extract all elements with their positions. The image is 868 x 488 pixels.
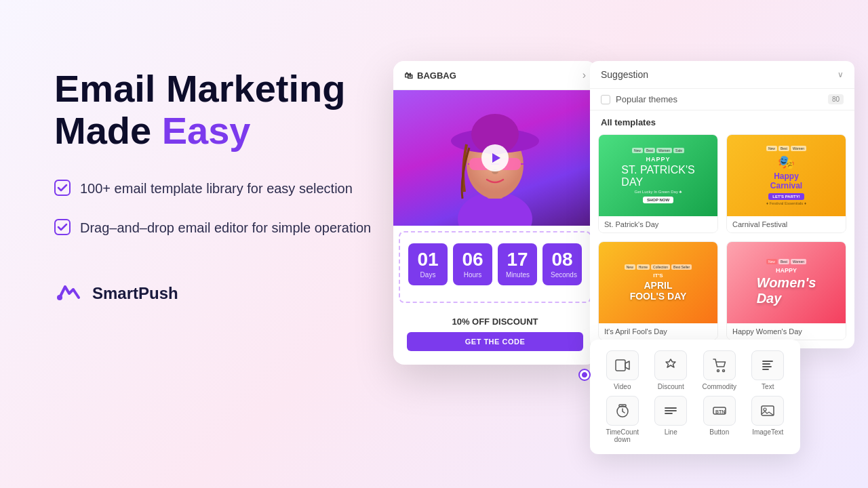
chevron-down-icon[interactable]: ∨: [837, 70, 844, 79]
feature-item-2: Drag–and–drop email editor for simple op…: [54, 218, 380, 238]
countdown-days: 01 Days: [408, 243, 448, 285]
imagetext-icon-box: [751, 396, 784, 426]
discount-icon: [663, 358, 678, 373]
tool-video[interactable]: Video: [601, 350, 644, 390]
suggestion-title: Suggestion: [601, 69, 648, 80]
countdown-minutes: 17 Minutes: [498, 243, 537, 285]
left-section: Email Marketing Made Easy 100+ email tem…: [54, 68, 380, 308]
countdown-boxes: 01 Days 06 Hours 17 Minutes 08 Seconds: [411, 243, 579, 285]
template-card-stpatrick[interactable]: New Best Women Sale HAPPY ST. PATRICK'SD…: [598, 134, 718, 233]
tool-button-label: Button: [709, 428, 729, 436]
svg-point-2: [57, 295, 62, 300]
template-name-womensday: Happy Women's Day: [727, 323, 846, 340]
tool-text-label: Text: [762, 383, 774, 390]
headline: Email Marketing Made Easy: [54, 68, 380, 151]
tool-discount[interactable]: Discount: [650, 350, 693, 390]
tool-line[interactable]: Line: [650, 396, 693, 443]
email-header: 🛍 BAGBAG ›: [393, 61, 597, 90]
email-close-icon[interactable]: ›: [583, 69, 586, 81]
line-icon-box: [654, 396, 687, 426]
popular-themes-row: Popular themes 80: [590, 89, 854, 110]
bag-icon: 🛍: [404, 70, 413, 81]
headline-line1: Email Marketing: [54, 67, 345, 110]
countdown-hours-value: 06: [461, 250, 484, 269]
countdown-hours: 06 Hours: [453, 243, 492, 285]
imagetext-icon: [760, 403, 775, 418]
feature-item-1: 100+ email template library for easy sel…: [54, 178, 380, 199]
countdown-seconds-value: 08: [551, 250, 574, 269]
countdown-days-value: 01: [416, 250, 439, 269]
video-icon: [615, 358, 630, 373]
template-thumb-carnival: New Best Women 🎭 HappyCarnival LET'S PAR…: [727, 135, 846, 216]
template-card-aprilfools[interactable]: New Home Collection Best Seller IT'S APR…: [598, 241, 718, 340]
smartpush-logo-icon: [54, 279, 84, 308]
templates-grid: New Best Women Sale HAPPY ST. PATRICK'SD…: [590, 134, 854, 348]
button-icon-box: BTN: [703, 396, 736, 426]
video-icon-box: [606, 350, 639, 380]
get-code-button[interactable]: GET THE CODE: [407, 332, 583, 351]
email-hero-image: [393, 90, 597, 226]
feature-text-1: 100+ email template library for easy sel…: [80, 178, 353, 199]
countdown-section: 01 Days 06 Hours 17 Minutes 08 Seconds: [399, 231, 591, 303]
discount-section: 10% OFF DISCOUNT GET THE CODE: [399, 308, 591, 359]
template-thumb-stpatrick: New Best Women Sale HAPPY ST. PATRICK'SD…: [599, 135, 717, 216]
countdown-seconds: 08 Seconds: [542, 243, 582, 285]
suggestion-panel: Suggestion ∨ Popular themes 80 All templ…: [590, 61, 854, 348]
tool-button[interactable]: BTN Button: [698, 396, 741, 443]
line-icon: [663, 403, 678, 418]
headline-line2: Made Easy: [54, 109, 251, 152]
countdown-hours-label: Hours: [461, 271, 484, 279]
template-name-aprilfools: It's April Fool's Day: [599, 323, 717, 340]
check-icon-1: [54, 180, 71, 196]
tool-text[interactable]: Text: [747, 350, 790, 390]
commodity-icon-box: [703, 350, 736, 380]
stpatrick-text: ST. PATRICK'SDAY: [621, 164, 694, 188]
countdown-days-label: Days: [416, 271, 439, 279]
text-icon-box: [751, 350, 784, 380]
discount-title: 10% OFF DISCOUNT: [407, 317, 583, 327]
tool-line-label: Line: [665, 428, 677, 436]
email-editor-card: 🛍 BAGBAG ›: [393, 61, 597, 365]
tool-commodity[interactable]: Commodity: [698, 350, 741, 390]
tool-video-label: Video: [614, 383, 631, 390]
svg-text:BTN: BTN: [715, 409, 725, 414]
connector-dot: [580, 370, 589, 380]
tools-panel: Video Discount Commodi: [590, 340, 800, 454]
svg-rect-0: [55, 180, 70, 195]
countdown-minutes-value: 17: [506, 250, 529, 269]
text-icon: [760, 358, 775, 373]
timecountdown-icon: [615, 403, 630, 418]
template-name-carnival: Carnival Festival: [727, 216, 846, 232]
feature-text-2: Drag–and–drop email editor for simple op…: [80, 218, 371, 238]
svg-rect-14: [616, 360, 625, 371]
tool-timecountdown-label: TimeCountdown: [606, 428, 639, 443]
template-card-carnival[interactable]: New Best Women 🎭 HappyCarnival LET'S PAR…: [726, 134, 846, 233]
email-brand: 🛍 BAGBAG: [404, 70, 456, 81]
tool-imagetext-label: ImageText: [752, 428, 783, 436]
discount-icon-box: [654, 350, 687, 380]
tool-imagetext[interactable]: ImageText: [747, 396, 790, 443]
popular-themes-label: Popular themes: [616, 94, 677, 104]
svg-point-16: [722, 370, 724, 372]
suggestion-header: Suggestion ∨: [590, 61, 854, 89]
all-templates-header: All templates: [590, 110, 854, 134]
logo-area: SmartPush: [54, 279, 380, 308]
commodity-icon: [712, 358, 727, 373]
popular-themes-checkbox[interactable]: [601, 95, 610, 104]
play-icon: [492, 153, 500, 163]
logo-name: SmartPush: [92, 284, 178, 303]
countdown-minutes-label: Minutes: [506, 271, 529, 279]
tool-timecountdown[interactable]: TimeCountdown: [601, 396, 644, 443]
svg-rect-1: [55, 220, 70, 235]
button-icon: BTN: [712, 403, 727, 418]
template-name-stpatrick: St. Patrick's Day: [599, 216, 717, 232]
template-thumb-aprilfools: New Home Collection Best Seller IT'S APR…: [599, 242, 717, 323]
tools-grid: Video Discount Commodi: [601, 350, 789, 443]
play-button[interactable]: [481, 144, 509, 171]
tool-discount-label: Discount: [658, 383, 684, 390]
check-icon-2: [54, 219, 71, 235]
template-card-womensday[interactable]: New Best Women HAPPY Women'sDay Happy Wo…: [726, 241, 846, 340]
countdown-seconds-label: Seconds: [551, 271, 574, 279]
popular-badge: 80: [828, 94, 844, 104]
svg-point-15: [717, 370, 719, 372]
